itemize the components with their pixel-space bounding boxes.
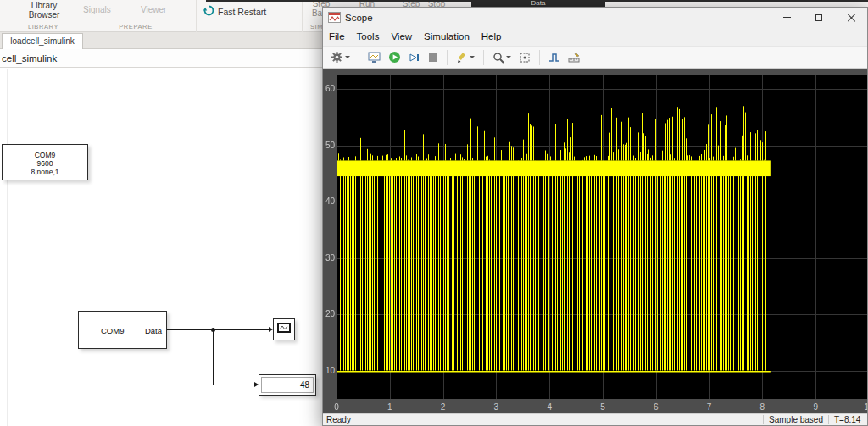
dropdown-arrow-icon [470, 56, 475, 58]
toolbar-separator [447, 50, 448, 65]
serial-receive-block[interactable]: COM9 Data [78, 311, 167, 349]
y-tick-label: 20 [323, 309, 335, 318]
scope-plot-area: 102030405060 012345678910 [323, 69, 867, 413]
section-label-library: LIBRARY [14, 23, 73, 30]
maximize-icon [815, 14, 822, 21]
signal-wire[interactable] [167, 329, 269, 330]
y-tick-label: 40 [323, 196, 335, 206]
status-sample-mode: Sample based [763, 415, 828, 424]
model-tab-loadcell-simulink[interactable]: loadcell_simulink [2, 33, 83, 49]
serial-receive-data-port: Data [145, 325, 162, 335]
menu-view[interactable]: View [385, 27, 418, 46]
scope-statusbar: Ready Sample based T=8.14 [323, 413, 867, 425]
dropdown-arrow-icon [506, 56, 511, 58]
measurements-icon [568, 52, 580, 64]
fast-restart-icon [203, 5, 214, 18]
scope-menubar: FileToolsViewSimulationHelp [323, 27, 867, 46]
x-tick-label: 5 [597, 402, 609, 412]
signal-wire[interactable] [213, 385, 254, 385]
scope-block[interactable] [273, 318, 295, 340]
fit-to-view-icon [519, 52, 531, 64]
settings-gear-button[interactable] [328, 49, 353, 65]
snapshot-button[interactable] [365, 50, 383, 65]
x-tick-label: 6 [650, 402, 662, 412]
x-tick-label: 1 [384, 402, 396, 412]
ribbon-separator [196, 0, 197, 32]
scope-axes [337, 75, 867, 399]
measurements-button[interactable] [565, 50, 582, 65]
display-block[interactable]: 48 [259, 374, 316, 396]
minimize-icon [783, 17, 791, 18]
x-tick-label: 2 [437, 402, 449, 412]
palette-divider [7, 69, 8, 426]
fast-restart-button[interactable]: Fast Restart [203, 5, 266, 18]
scope-signal-canvas [337, 75, 867, 399]
minimize-button[interactable] [771, 8, 803, 27]
status-ready: Ready [323, 415, 763, 424]
scope-toolbar [323, 46, 867, 69]
library-browser-button[interactable]: Library Browser [20, 1, 68, 19]
log-signals-button[interactable]: Signals [83, 5, 111, 14]
window-title: Scope [345, 13, 373, 23]
x-tick-label: 0 [331, 402, 342, 412]
x-tick-label: 8 [756, 402, 768, 412]
stop-button[interactable] [426, 51, 441, 64]
x-tick-label: 9 [810, 402, 821, 412]
toolbar-separator [483, 50, 484, 65]
ribbon-separator [75, 0, 75, 32]
scope-block-screen-icon [277, 323, 291, 333]
serial-config-baud: 9600 [3, 159, 87, 168]
y-tick-label: 60 [323, 84, 335, 93]
menu-tools[interactable]: Tools [351, 27, 386, 46]
toolbar-separator [539, 50, 540, 65]
scope-window: Scope FileToolsViewSimulationHelp [322, 7, 868, 426]
stop-icon [428, 53, 438, 63]
serial-configuration-block[interactable]: COM9 9600 8,none,1 [2, 144, 88, 180]
fast-restart-label: Fast Restart [218, 7, 266, 17]
y-tick-label: 50 [323, 141, 335, 150]
run-button[interactable] [386, 49, 403, 65]
breadcrumb[interactable]: cell_simulink [2, 49, 57, 68]
status-sim-time: T=8.14 [828, 415, 867, 424]
viewer-button[interactable]: Viewer [141, 5, 166, 14]
ribbon-separator [302, 0, 303, 32]
fit-to-view-button[interactable] [516, 50, 533, 65]
section-label-prepare: PREPARE [102, 23, 170, 30]
y-tick-label: 10 [323, 366, 335, 375]
serial-config-frame: 8,none,1 [3, 168, 87, 176]
signal-wire[interactable] [213, 329, 214, 385]
close-icon [847, 14, 855, 22]
menu-help[interactable]: Help [476, 27, 508, 46]
x-tick-label: 3 [490, 402, 502, 412]
close-button[interactable] [835, 8, 867, 27]
x-tick-label: 7 [704, 402, 715, 412]
serial-receive-label: COM9 [101, 325, 124, 335]
zoom-icon [492, 52, 504, 64]
style-icon [456, 52, 468, 64]
zoom-button[interactable] [490, 50, 514, 65]
toolbar-separator [359, 50, 359, 65]
run-icon [388, 51, 401, 64]
scope-app-icon [328, 12, 341, 23]
display-value: 48 [261, 377, 314, 393]
gear-icon [331, 51, 343, 64]
snapshot-icon [368, 52, 381, 64]
step-forward-button[interactable] [406, 50, 423, 65]
style-button[interactable] [453, 50, 477, 65]
trigger-icon [548, 52, 560, 64]
menu-file[interactable]: File [323, 27, 351, 46]
trigger-button[interactable] [546, 50, 563, 65]
y-tick-label: 30 [323, 253, 335, 263]
menu-simulation[interactable]: Simulation [418, 27, 476, 46]
x-tick-label: 4 [543, 402, 555, 412]
maximize-button[interactable] [803, 8, 835, 27]
step-forward-icon [409, 52, 420, 64]
data-inspector-button[interactable]: Data [471, 0, 605, 7]
dropdown-arrow-icon [345, 56, 350, 58]
serial-config-port: COM9 [3, 151, 87, 159]
scope-titlebar[interactable]: Scope [323, 8, 867, 27]
x-tick-label: 10 [863, 402, 867, 412]
